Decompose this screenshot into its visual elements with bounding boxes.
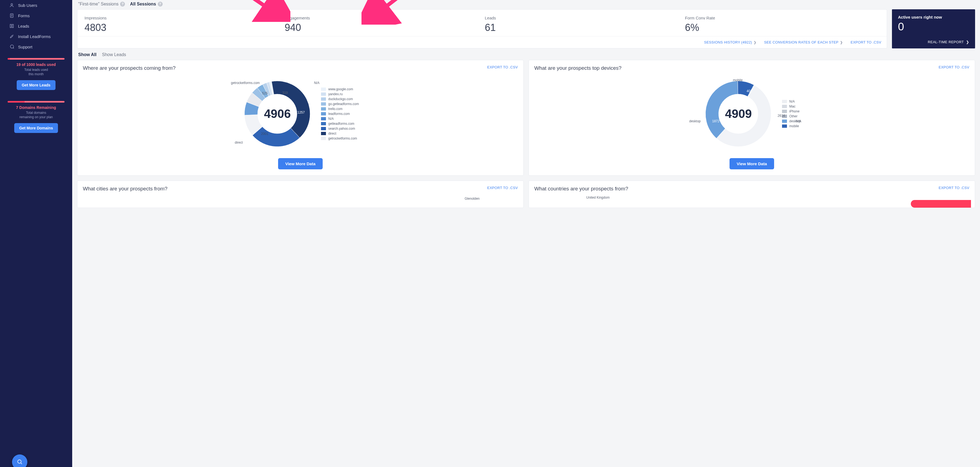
- nav-leads[interactable]: Leads: [0, 21, 72, 31]
- callout-direct: direct: [235, 140, 243, 145]
- svg-rect-2: [10, 24, 11, 28]
- val-2001: 2001: [261, 132, 268, 136]
- legend-item: go.getleadforms.com: [321, 102, 359, 107]
- nav-label: Forms: [18, 13, 30, 18]
- red-pill-button[interactable]: [911, 200, 971, 208]
- get-more-domains-button[interactable]: Get More Domains: [14, 123, 58, 133]
- view-more-sources-button[interactable]: View More Data: [278, 158, 323, 169]
- svg-point-4: [18, 460, 21, 463]
- panel-title: What cities are your prospects from?: [83, 186, 167, 192]
- legend-item: iPhone: [782, 109, 800, 114]
- export-devices-link[interactable]: EXPORT TO .CSV: [939, 65, 969, 69]
- legend-item: duckduckgo.com: [321, 97, 359, 102]
- legend-item: www.google.com: [321, 87, 359, 92]
- leads-usage-title: 19 of 1000 leads used: [8, 62, 65, 67]
- callout-desktop: desktop: [689, 119, 700, 123]
- domains-usage: 7 Domains Remaining Total domainsremaini…: [0, 98, 72, 133]
- chevron-right-icon: ❯: [754, 40, 756, 44]
- devices-total: 4909: [703, 78, 774, 149]
- val-2614: 2614: [778, 114, 785, 118]
- kpi-card: Impressions 4803 Engagements 940 Leads 6…: [77, 9, 887, 48]
- panel-title: Where are your prospects coming from?: [83, 65, 175, 71]
- help-icon[interactable]: ?: [158, 2, 163, 6]
- callout-na: N/A: [796, 119, 801, 123]
- get-more-leads-button[interactable]: Get More Leads: [17, 80, 55, 90]
- callout-na: N/A: [314, 81, 320, 85]
- search-icon: [17, 459, 23, 465]
- filter-show-leads[interactable]: Show Leads: [102, 52, 126, 57]
- callout-getrocketforms: getrocketforms.com: [231, 81, 259, 85]
- filter-row: Show All Show Leads: [77, 48, 975, 60]
- val-319: 319: [282, 91, 288, 95]
- svg-point-0: [11, 3, 13, 5]
- wrench-icon: [9, 34, 14, 39]
- nav-install[interactable]: Install LeadForms: [0, 31, 72, 41]
- panel-devices: What are your prospects top devices? EXP…: [528, 60, 975, 175]
- val-1872: 1872: [712, 119, 719, 123]
- export-countries-link[interactable]: EXPORT TO .CSV: [939, 186, 969, 190]
- kpi-engagements: Engagements 940: [285, 16, 479, 33]
- leads-usage: 19 of 1000 leads used Total leads usedth…: [0, 55, 72, 90]
- val-525: 525: [262, 91, 267, 95]
- user-icon: [9, 3, 14, 8]
- legend-item: leadforms.com: [321, 112, 359, 116]
- domains-usage-title: 7 Domains Remaining: [8, 105, 65, 110]
- legend-item: Mac: [782, 104, 800, 109]
- nav-label: Sub Users: [18, 3, 37, 8]
- leads-usage-sub: Total leads usedthis month: [8, 68, 65, 77]
- kpi-impressions: Impressions 4803: [84, 16, 279, 33]
- devices-legend: N/AMaciPhoneOtherdesktopmobile: [782, 99, 800, 129]
- view-more-devices-button[interactable]: View More Data: [730, 158, 774, 169]
- help-icon[interactable]: ?: [120, 2, 125, 6]
- legend-item: direct: [321, 131, 359, 136]
- help-fab[interactable]: [12, 454, 27, 467]
- tab-all-sessions[interactable]: All Sessions ?: [130, 2, 162, 6]
- legend-item: Other: [782, 114, 800, 119]
- callout-country: United Kingdom: [586, 196, 609, 199]
- leads-progress: [8, 58, 65, 60]
- filter-show-all[interactable]: Show All: [78, 52, 97, 57]
- legend-item: trello.com: [321, 107, 359, 112]
- export-cities-link[interactable]: EXPORT TO .CSV: [487, 186, 518, 190]
- domains-usage-sub: Total domainsremaining on your plan: [8, 111, 65, 119]
- legend-item: yandex.ru: [321, 92, 359, 97]
- devices-donut: 4909 mobile desktop 401 1872 2614 N/A: [703, 78, 774, 149]
- nav-label: Leads: [18, 24, 29, 29]
- legend-item: mobile: [782, 124, 800, 129]
- sessions-history-link[interactable]: SESSIONS HISTORY (4922) ❯: [704, 40, 757, 44]
- legend-item: N/A: [782, 99, 800, 104]
- panel-title: What countries are your prospects from?: [534, 186, 628, 192]
- val-1257: 1257: [298, 110, 305, 114]
- realtime-card: Active users right now 0 REAL-TIME REPOR…: [892, 9, 975, 48]
- sidebar: Sub Users Forms Leads Install LeadForms …: [0, 0, 72, 467]
- legend-item: getleadforms.com: [321, 121, 359, 126]
- session-tabs: "First-time" Sessions ? All Sessions ?: [77, 0, 975, 9]
- sources-legend: www.google.comyandex.ruduckduckgo.comgo.…: [321, 87, 359, 141]
- conversion-steps-link[interactable]: SEE CONVERSION RATES OF EACH STEP ❯: [764, 40, 843, 44]
- chat-icon: [9, 44, 14, 49]
- panel-sources: Where are your prospects coming from? EX…: [77, 60, 523, 175]
- realtime-value: 0: [898, 21, 969, 33]
- panel-cities: What cities are your prospects from? EXP…: [77, 180, 523, 208]
- main: "First-time" Sessions ? All Sessions ?: [72, 0, 980, 467]
- nav-label: Support: [18, 45, 33, 49]
- export-sources-link[interactable]: EXPORT TO .CSV: [487, 65, 518, 69]
- realtime-label: Active users right now: [898, 15, 969, 19]
- nav-sub-users[interactable]: Sub Users: [0, 0, 72, 10]
- realtime-report-link[interactable]: REAL-TIME REPORT ❯: [928, 40, 969, 44]
- chevron-right-icon: ❯: [966, 40, 969, 44]
- export-kpi-link[interactable]: EXPORT TO .CSV: [851, 40, 881, 44]
- tab-first-time[interactable]: "First-time" Sessions ?: [78, 2, 125, 6]
- nav-support[interactable]: Support: [0, 41, 72, 52]
- nav-label: Install LeadForms: [18, 34, 51, 39]
- chevron-right-icon: ❯: [840, 40, 843, 44]
- legend-item: N/A: [321, 116, 359, 121]
- kpi-conv-rate: Form Conv Rate 6%: [685, 16, 880, 33]
- svg-rect-3: [12, 24, 14, 28]
- domains-progress: [8, 101, 65, 103]
- legend-item: getrocketforms.com: [321, 136, 359, 141]
- callout-city: Glenolden: [465, 197, 480, 201]
- kpi-leads: Leads 61: [485, 16, 679, 33]
- val-401: 401: [746, 89, 752, 93]
- nav-forms[interactable]: Forms: [0, 10, 72, 21]
